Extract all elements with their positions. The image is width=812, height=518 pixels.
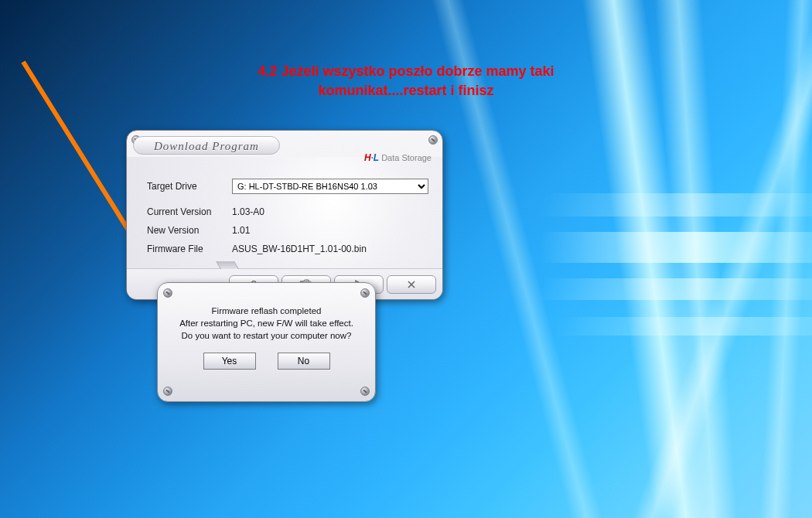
firmware-downloader-window: Download Program H·L Data Storage Target… <box>126 130 443 300</box>
target-drive-label: Target Drive <box>147 181 232 192</box>
window-title: Download Program <box>133 136 280 155</box>
new-version-label: New Version <box>147 225 232 236</box>
restart-confirmation-dialog: Firmware reflash completed After restart… <box>157 282 376 402</box>
yes-button[interactable]: Yes <box>203 353 256 370</box>
dialog-line3: Do you want to restart your computer now… <box>167 329 366 342</box>
firmware-file-label: Firmware File <box>147 244 232 254</box>
branding-label: H·L Data Storage <box>364 152 432 163</box>
dialog-line1: Firmware reflash completed <box>167 305 366 317</box>
screw-decoration <box>360 387 370 396</box>
close-button[interactable] <box>387 275 436 294</box>
dialog-message: Firmware reflash completed After restart… <box>158 283 375 377</box>
screw-decoration <box>163 387 172 396</box>
dialog-line2: After restarting PC, new F/W will take e… <box>167 317 366 329</box>
desktop-background: 4.2 Jeżeli wszystko poszło dobrze mamy t… <box>0 0 812 518</box>
annotation-line1: 4.2 Jeżeli wszystko poszło dobrze mamy t… <box>135 62 677 81</box>
annotation-overlay: 4.2 Jeżeli wszystko poszło dobrze mamy t… <box>135 62 677 101</box>
no-button[interactable]: No <box>278 353 330 370</box>
firmware-file-value: ASUS_BW-16D1HT_1.01-00.bin <box>232 244 367 254</box>
close-icon <box>406 279 417 290</box>
window-body: Target Drive G: HL-DT-STBD-RE BH16NS40 1… <box>127 157 442 268</box>
annotation-line2: komunikat....restart i finisz <box>135 81 677 101</box>
screw-decoration <box>163 288 172 298</box>
toolbar-notch <box>216 261 239 269</box>
screw-decoration <box>360 288 370 298</box>
current-version-value: 1.03-A0 <box>232 206 264 217</box>
current-version-label: Current Version <box>147 206 232 217</box>
new-version-value: 1.01 <box>232 225 250 236</box>
target-drive-select[interactable]: G: HL-DT-STBD-RE BH16NS40 1.03 <box>232 179 428 194</box>
